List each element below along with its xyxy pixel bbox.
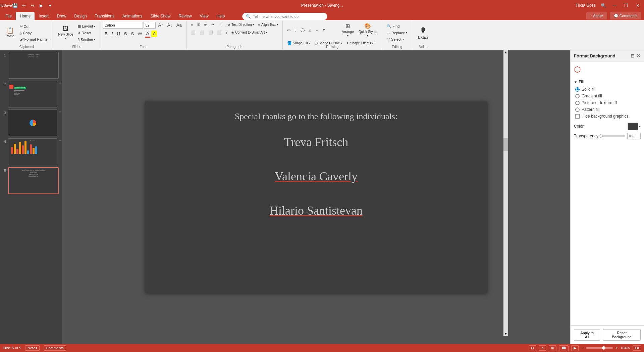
- panel-close-button[interactable]: ✕: [637, 53, 641, 58]
- fill-icon[interactable]: ⬡: [574, 65, 581, 74]
- color-swatch-button[interactable]: [628, 123, 638, 130]
- view-normal-button[interactable]: ⊟: [529, 345, 536, 351]
- slide-img-3[interactable]: [8, 109, 57, 136]
- align-right-button[interactable]: ⬜: [207, 29, 215, 36]
- section-button[interactable]: § Section ▾: [76, 37, 97, 43]
- italic-button[interactable]: I: [110, 30, 115, 37]
- slide-thumb-3[interactable]: 3 *: [1, 109, 61, 136]
- view-outline-button[interactable]: ≡: [539, 345, 546, 351]
- tab-transitions[interactable]: Transitions: [91, 12, 118, 20]
- align-center-button[interactable]: ⬜: [198, 29, 206, 36]
- dictate-button[interactable]: 🎙 Dictate: [415, 25, 431, 41]
- zoom-plus-button[interactable]: +: [615, 346, 618, 350]
- copy-button[interactable]: ⎘ Copy: [18, 30, 51, 36]
- font-size-input[interactable]: 32: [144, 22, 156, 29]
- numbering-button[interactable]: ①: [195, 21, 202, 28]
- shape-circle[interactable]: ◯: [299, 27, 306, 33]
- convert-smartart-button[interactable]: ◈ Convert to SmartArt ▾: [230, 29, 269, 36]
- slide-img-4[interactable]: Bar Title: [8, 138, 57, 165]
- increase-font-button[interactable]: A↑: [156, 21, 165, 29]
- fill-section-header[interactable]: ▼ Fill: [574, 80, 641, 84]
- tab-draw[interactable]: Draw: [53, 12, 70, 20]
- justify-button[interactable]: ⬜: [215, 29, 223, 36]
- slide-name-1[interactable]: Treva Fritsch: [284, 135, 348, 149]
- increase-indent-button[interactable]: ⇥: [210, 21, 216, 28]
- minimize-button[interactable]: —: [611, 2, 619, 9]
- picture-texture-fill-option[interactable]: Picture or texture fill: [575, 100, 641, 105]
- quick-styles-button[interactable]: 🎨 Quick Styles ▾: [357, 21, 379, 39]
- view-slideshow-button[interactable]: ▶: [571, 345, 579, 351]
- shape-rect2[interactable]: ▯: [293, 27, 298, 33]
- pattern-fill-option[interactable]: Pattern fill: [575, 107, 641, 112]
- canvas-area[interactable]: ▲ ▼ Special thanks go to the following i…: [62, 50, 570, 344]
- scroll-up-button[interactable]: ▲: [503, 50, 508, 54]
- search-button[interactable]: 🔍: [600, 2, 607, 9]
- reset-button[interactable]: ↺ Reset: [76, 30, 97, 36]
- format-painter-button[interactable]: 🖌 Format Painter: [18, 36, 51, 42]
- slider-thumb[interactable]: [599, 134, 602, 138]
- solid-fill-option[interactable]: Solid fill: [575, 87, 641, 92]
- fit-button[interactable]: Fit: [633, 345, 641, 351]
- tab-view[interactable]: View: [196, 12, 213, 20]
- notes-button[interactable]: Notes: [25, 345, 40, 351]
- present-button[interactable]: ▶: [38, 2, 45, 9]
- zoom-slider-thumb[interactable]: [602, 346, 605, 350]
- maximize-button[interactable]: ❐: [623, 2, 630, 9]
- qat-more-button[interactable]: ▾: [46, 2, 54, 9]
- shapes-more[interactable]: ▾: [321, 27, 327, 33]
- scroll-track[interactable]: [503, 54, 508, 332]
- paste-button[interactable]: 📋 Paste: [3, 26, 17, 40]
- bullets-button[interactable]: ≡: [189, 22, 195, 28]
- tell-me-bar[interactable]: 🔍 Tell me what you want to do: [242, 13, 327, 20]
- share-button[interactable]: ↑ Share: [586, 12, 607, 19]
- font-name-input[interactable]: Calibri: [103, 22, 143, 29]
- comments-button[interactable]: Comments: [44, 345, 66, 351]
- slide-content[interactable]: Special thanks go to the following indiv…: [145, 101, 487, 293]
- align-text-button[interactable]: ≡ Align Text ▾: [256, 22, 280, 28]
- columns-button[interactable]: ⋮: [217, 21, 224, 28]
- zoom-slider[interactable]: [586, 347, 613, 349]
- decrease-font-button[interactable]: A↓: [166, 21, 174, 29]
- strikethrough-button[interactable]: S: [122, 30, 129, 37]
- slide-thumb-1[interactable]: 1 Safety Training PINNACLE LLC: [1, 52, 61, 79]
- pattern-fill-radio[interactable]: [575, 107, 580, 112]
- solid-fill-radio[interactable]: [575, 87, 580, 92]
- shape-triangle[interactable]: △: [307, 27, 313, 33]
- font-color-button[interactable]: A: [145, 30, 151, 38]
- replace-button[interactable]: ↔ Replace ▾: [385, 30, 409, 36]
- slide-panel[interactable]: 1 Safety Training PINNACLE LLC 2 SAFETY …: [0, 50, 62, 344]
- panel-collapse-button[interactable]: ⊟: [631, 53, 635, 58]
- reset-background-button[interactable]: Reset Background: [603, 329, 641, 341]
- hide-bg-checkbox[interactable]: [575, 114, 580, 119]
- transparency-slider[interactable]: [598, 135, 625, 137]
- slide-thumb-5[interactable]: 5 Special thanks go to the following ind…: [1, 167, 61, 194]
- shadow-button[interactable]: S: [129, 30, 136, 37]
- autosave-toggle[interactable]: AutoSave On: [3, 2, 10, 9]
- color-dropdown-arrow[interactable]: ▾: [639, 125, 641, 128]
- shape-arrow[interactable]: →: [314, 27, 321, 33]
- apply-to-all-button[interactable]: Apply to All: [574, 329, 600, 341]
- zoom-minus-button[interactable]: −: [581, 346, 583, 350]
- picture-fill-radio[interactable]: [575, 101, 580, 105]
- tab-home[interactable]: Home: [16, 12, 35, 20]
- clear-format-button[interactable]: Aa: [175, 21, 183, 29]
- gradient-fill-option[interactable]: Gradient fill: [575, 94, 641, 98]
- view-reading-button[interactable]: 📖: [559, 345, 569, 351]
- slide-img-1[interactable]: Safety Training PINNACLE LLC: [8, 52, 59, 79]
- slide-img-2[interactable]: SAFETY FIRST! Think Safe, Work Safe, Be …: [8, 81, 57, 107]
- char-spacing-button[interactable]: AV: [136, 31, 144, 37]
- comments-tab-button[interactable]: 💬 Comments: [610, 12, 641, 19]
- save-button[interactable]: 💾: [11, 2, 19, 9]
- tab-insert[interactable]: Insert: [35, 12, 53, 20]
- new-slide-button[interactable]: 🖼 New Slide ▾: [56, 25, 75, 41]
- tab-review[interactable]: Review: [174, 12, 196, 20]
- slide-thumb-2[interactable]: 2 SAFETY FIRST! Think Safe, Work Safe, B…: [1, 81, 61, 107]
- arrange-button[interactable]: ⊞ Arrange ▾: [340, 21, 356, 39]
- slide-img-5[interactable]: Special thanks go to the following indiv…: [8, 167, 59, 194]
- slide-title[interactable]: Special thanks go to the following indiv…: [235, 112, 397, 122]
- vertical-scrollbar[interactable]: ▲ ▼: [503, 50, 508, 336]
- slide-thumb-4[interactable]: 4 Bar Title: [1, 138, 61, 165]
- tab-help[interactable]: Help: [213, 12, 229, 20]
- underline-button[interactable]: U: [115, 30, 121, 37]
- scroll-down-button[interactable]: ▼: [503, 332, 508, 336]
